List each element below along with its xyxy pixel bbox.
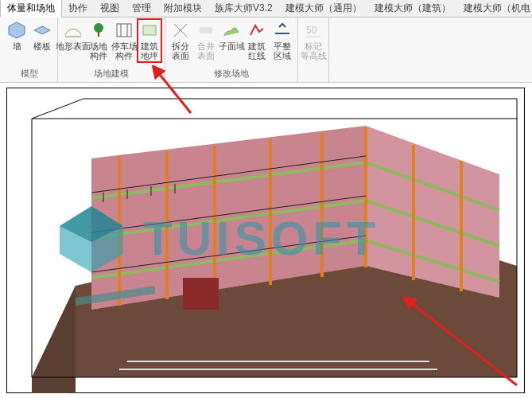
redline-label: 建筑 红线 xyxy=(248,41,266,60)
mark-icon: 50 xyxy=(304,21,323,40)
topo-button[interactable]: 地形表面 xyxy=(61,19,85,53)
ribbon-group-modify: 拆分 表面 合并 表面 子面域 建筑 红线 xyxy=(165,18,298,82)
ribbon-group-model-label: 模型 xyxy=(5,66,54,82)
tab-famlib[interactable]: 族库大师V3.2 xyxy=(208,0,279,17)
tab-master-mep[interactable]: 建模大师（机电） xyxy=(457,0,532,17)
ribbon-group-site-label: 场地建模 xyxy=(61,66,161,82)
tab-collab[interactable]: 协作 xyxy=(62,0,94,17)
svg-line-24 xyxy=(32,99,83,119)
flatten-label: 平整 区域 xyxy=(274,41,291,60)
tab-view[interactable]: 视图 xyxy=(94,0,126,17)
tab-manage[interactable]: 管理 xyxy=(126,0,157,17)
tab-master-arch[interactable]: 建模大师（建筑） xyxy=(368,0,457,17)
ribbon-group-tag-label xyxy=(301,78,325,82)
mark-button: 50 标记 等高线 xyxy=(301,19,325,62)
ribbon-group-tag: 50 标记 等高线 xyxy=(298,18,329,82)
split-icon xyxy=(171,21,190,40)
tree-icon xyxy=(89,21,108,40)
flatten-icon xyxy=(273,21,292,40)
wall-label: 墙 xyxy=(13,41,21,51)
redline-button[interactable]: 建筑 红线 xyxy=(245,19,269,62)
merge-button: 合并 表面 xyxy=(194,19,218,62)
flatten-button[interactable]: 平整 区域 xyxy=(270,19,294,62)
svg-rect-1 xyxy=(98,32,99,37)
subregion-button[interactable]: 子面域 xyxy=(219,19,243,53)
viewport-3d[interactable]: TUISOFT xyxy=(0,83,532,398)
merge-icon xyxy=(196,21,216,40)
tab-bar: 体量和场地 协作 视图 管理 附加模块 族库大师V3.2 建模大师（通用） 建模… xyxy=(0,0,532,18)
svg-text:50: 50 xyxy=(306,25,317,36)
ribbon: 墙 楼板 模型 地形表面 场地 构件 xyxy=(0,18,532,83)
ribbon-group-modify-label: 修改场地 xyxy=(169,66,294,82)
floor-icon xyxy=(33,21,52,40)
parking-icon xyxy=(115,21,134,40)
svg-point-0 xyxy=(94,23,103,33)
split-label: 拆分 表面 xyxy=(172,41,189,60)
building-pad-label: 建筑 地坪 xyxy=(141,41,158,60)
merge-label: 合并 表面 xyxy=(197,41,215,60)
topo-icon xyxy=(64,21,83,40)
site-comp-label: 场地 构件 xyxy=(90,41,107,60)
parking-button[interactable]: 停车场 构件 xyxy=(112,19,136,62)
svg-rect-22 xyxy=(183,278,219,310)
model-3d xyxy=(0,83,532,398)
parking-label: 停车场 构件 xyxy=(111,41,138,60)
floor-button[interactable]: 楼板 xyxy=(30,19,54,53)
svg-rect-2 xyxy=(117,24,131,37)
ribbon-group-model: 墙 楼板 模型 xyxy=(2,18,58,82)
svg-rect-3 xyxy=(143,25,156,35)
pad-icon xyxy=(140,21,159,40)
tab-master-general[interactable]: 建模大师（通用） xyxy=(279,0,368,17)
ribbon-group-site: 地形表面 场地 构件 停车场 构件 建筑 地坪 场地建模 xyxy=(58,18,165,82)
redline-icon xyxy=(247,21,266,40)
subregion-label: 子面域 xyxy=(219,41,245,51)
site-comp-button[interactable]: 场地 构件 xyxy=(87,19,111,62)
subregion-icon xyxy=(222,21,241,40)
wall-icon xyxy=(7,21,26,40)
svg-rect-4 xyxy=(200,27,212,33)
tab-massing-site[interactable]: 体量和场地 xyxy=(0,0,62,18)
tab-addins[interactable]: 附加模块 xyxy=(157,0,208,17)
split-button[interactable]: 拆分 表面 xyxy=(169,19,192,62)
mark-label: 标记 等高线 xyxy=(301,41,327,60)
floor-label: 楼板 xyxy=(33,41,51,51)
building-pad-button[interactable]: 建筑 地坪 xyxy=(138,19,161,62)
topo-label: 地形表面 xyxy=(56,41,91,51)
wall-button[interactable]: 墙 xyxy=(5,19,29,53)
